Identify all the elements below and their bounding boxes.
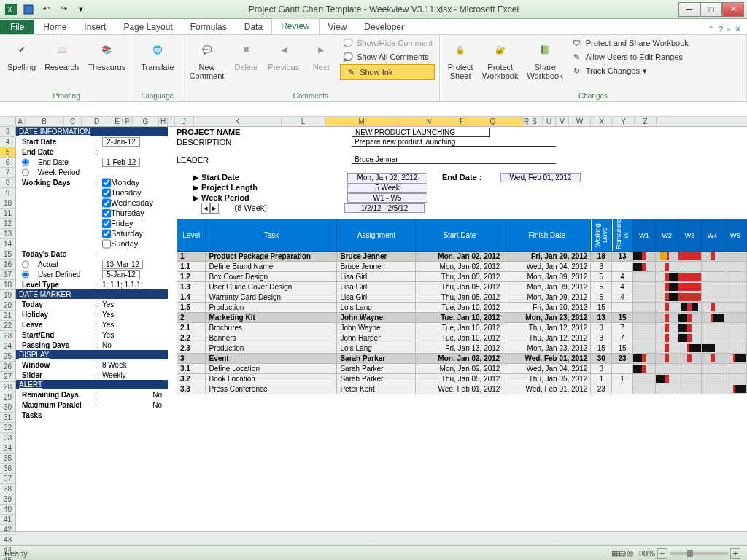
config-panel: DATE INFORMATION Start Date:2-Jan-12 End… bbox=[16, 127, 168, 420]
translate-button[interactable]: 🌐Translate bbox=[138, 36, 177, 73]
protect-workbook-button[interactable]: 🔐Protect Workbook bbox=[479, 36, 521, 82]
redo-icon[interactable]: ↷ bbox=[55, 2, 71, 17]
window-title: Project Gantt Chart Template - Weekview … bbox=[89, 4, 678, 15]
group-proofing: ✔Spelling 📖Research 📚Thesaurus Proofing bbox=[0, 35, 133, 101]
project-name-cell[interactable]: NEW PRODUCT LAUNCHING bbox=[352, 128, 490, 137]
view-layout-icon[interactable]: ▤ bbox=[619, 548, 626, 558]
tab-file[interactable]: File bbox=[0, 20, 34, 34]
show-hide-comment-button[interactable]: 💭Show/Hide Comment bbox=[340, 36, 435, 50]
quick-access-toolbar: X ↶ ↷ ▾ bbox=[3, 2, 89, 17]
tab-developer[interactable]: Developer bbox=[355, 20, 413, 34]
spelling-button[interactable]: ✔Spelling bbox=[4, 36, 39, 73]
week-period-radio[interactable] bbox=[22, 168, 29, 177]
show-all-comments-button[interactable]: 💭Show All Comments bbox=[340, 50, 435, 63]
day-wednesday-checkbox[interactable] bbox=[102, 198, 111, 208]
table-row[interactable]: 1.3 User Guide Cover Design Lisa Girl Th… bbox=[177, 282, 747, 292]
end-date-radio[interactable] bbox=[22, 158, 29, 167]
project-header: PROJECT NAMENEW PRODUCT LAUNCHING DESCRI… bbox=[177, 127, 747, 213]
zoom-in-button[interactable]: + bbox=[730, 548, 740, 559]
qat-dropdown-icon[interactable]: ▾ bbox=[73, 2, 89, 17]
excel-icon[interactable]: X bbox=[3, 2, 19, 17]
table-row[interactable]: 1.5 Production Lois Lang Tue, Jan 10, 20… bbox=[177, 303, 747, 313]
table-row[interactable]: 1.1 Define Brand Name Bruce Jenner Mon, … bbox=[177, 262, 747, 272]
row-headers[interactable]: 3456789101112131415161718192021222324252… bbox=[0, 117, 16, 531]
allow-edit-ranges-button[interactable]: ✎Allow Users to Edit Ranges bbox=[569, 50, 691, 63]
workbook-close-icon[interactable]: ✕ bbox=[735, 25, 741, 34]
new-comment-button[interactable]: 💬New Comment bbox=[187, 36, 228, 82]
user-defined-date-input[interactable]: 5-Jan-12 bbox=[102, 270, 140, 279]
ribbon-tabs: File Home Insert Page Layout Formulas Da… bbox=[0, 19, 747, 35]
close-button[interactable]: ✕ bbox=[722, 2, 744, 17]
zoom-level[interactable]: 80% bbox=[639, 549, 655, 558]
gantt-table[interactable]: Level Task Assignment Start Date Finish … bbox=[177, 219, 747, 394]
svg-text:X: X bbox=[7, 6, 12, 14]
track-changes-button[interactable]: ↻Track Changes ▾ bbox=[569, 64, 691, 77]
view-normal-icon[interactable]: ▦ bbox=[611, 548, 619, 558]
thesaurus-button[interactable]: 📚Thesaurus bbox=[85, 36, 128, 73]
day-thursday-checkbox[interactable] bbox=[102, 209, 111, 218]
grid[interactable]: DATE INFORMATION Start Date:2-Jan-12 End… bbox=[16, 127, 747, 531]
minimize-ribbon-icon[interactable]: ⌃ bbox=[708, 25, 714, 34]
share-workbook-button[interactable]: 📗Share Workbook bbox=[524, 36, 565, 82]
tab-insert[interactable]: Insert bbox=[75, 20, 115, 34]
formula-bar[interactable] bbox=[0, 102, 747, 117]
minimize-button[interactable]: ─ bbox=[678, 2, 700, 17]
title-bar: X ↶ ↷ ▾ Project Gantt Chart Template - W… bbox=[0, 0, 747, 19]
table-row[interactable]: 3.3 Press Conference Peter Kent Wed, Feb… bbox=[177, 384, 747, 394]
help-icon[interactable]: ? bbox=[719, 25, 723, 34]
triangle-icon: ▶ bbox=[193, 173, 201, 182]
tab-review[interactable]: Review bbox=[271, 18, 319, 34]
table-row[interactable]: 1 Product Package Preparation Bruce Jenn… bbox=[177, 252, 747, 262]
group-language: 🌐Translate Language bbox=[133, 35, 182, 101]
section-alert: ALERT bbox=[16, 380, 168, 389]
table-row[interactable]: 2 Marketing Kit John Wayne Tue, Jan 10, … bbox=[177, 313, 747, 323]
tab-formulas[interactable]: Formulas bbox=[182, 20, 236, 34]
tab-home[interactable]: Home bbox=[34, 20, 75, 34]
next-comment-button[interactable]: ▶Next bbox=[305, 36, 337, 73]
table-row[interactable]: 3.2 Book Location Sarah Parker Thu, Jan … bbox=[177, 374, 747, 384]
tab-data[interactable]: Data bbox=[236, 20, 271, 34]
triangle-icon: ▶ bbox=[193, 193, 201, 203]
status-ready: Ready bbox=[4, 549, 28, 558]
day-monday-checkbox[interactable] bbox=[102, 178, 111, 187]
zoom-slider[interactable] bbox=[670, 552, 728, 555]
worksheet[interactable]: 3456789101112131415161718192021222324252… bbox=[0, 117, 747, 531]
day-sunday-checkbox[interactable] bbox=[102, 239, 111, 249]
table-row[interactable]: 2.3 Production Lois Lang Fri, Jan 13, 20… bbox=[177, 343, 747, 354]
table-row[interactable]: 2.2 Banners John Harper Tue, Jan 10, 201… bbox=[177, 333, 747, 343]
zoom-out-button[interactable]: − bbox=[657, 548, 667, 559]
window-restore-icon[interactable]: ▫ bbox=[727, 25, 730, 34]
scroll-left-button[interactable]: ◂ bbox=[201, 203, 210, 214]
tab-page-layout[interactable]: Page Layout bbox=[115, 20, 181, 34]
save-icon[interactable] bbox=[20, 2, 36, 17]
show-ink-button[interactable]: ✎Show Ink bbox=[340, 64, 435, 80]
previous-comment-button[interactable]: ◀Previous bbox=[265, 36, 302, 73]
tab-view[interactable]: View bbox=[320, 20, 356, 34]
table-row[interactable]: 2.1 Brochures John Wayne Tue, Jan 10, 20… bbox=[177, 323, 747, 333]
undo-icon[interactable]: ↶ bbox=[38, 2, 54, 17]
section-date-marker: DATE MARKER bbox=[16, 289, 168, 299]
table-row[interactable]: 3.1 Define Location Sarah Parker Mon, Ja… bbox=[177, 364, 747, 374]
delete-comment-button[interactable]: ✖Delete bbox=[230, 36, 262, 73]
group-comments: 💬New Comment ✖Delete ◀Previous ▶Next 💭Sh… bbox=[182, 35, 440, 101]
table-row[interactable]: 3 Event Sarah Parker Mon, Jan 02, 2012 W… bbox=[177, 354, 747, 364]
table-row[interactable]: 1.2 Box Cover Design Lisa Girl Thu, Jan … bbox=[177, 272, 747, 282]
research-button[interactable]: 📖Research bbox=[42, 36, 82, 73]
section-display: DISPLAY bbox=[16, 350, 168, 359]
scroll-right-button[interactable]: ▸ bbox=[210, 203, 219, 214]
svg-rect-2 bbox=[24, 5, 33, 14]
sheet-tab-bar[interactable] bbox=[0, 531, 747, 545]
protect-sheet-button[interactable]: 🔒Protect Sheet bbox=[444, 36, 476, 82]
table-row[interactable]: 1.4 Warranty Card Design Lisa Girl Thu, … bbox=[177, 292, 747, 303]
view-pagebreak-icon[interactable]: ▧ bbox=[626, 548, 633, 558]
maximize-button[interactable]: □ bbox=[700, 2, 722, 17]
day-saturday-checkbox[interactable] bbox=[102, 229, 111, 238]
user-defined-radio[interactable] bbox=[22, 270, 29, 279]
day-friday-checkbox[interactable] bbox=[102, 219, 111, 228]
actual-radio[interactable] bbox=[22, 260, 29, 269]
end-date-input[interactable]: 1-Feb-12 bbox=[102, 158, 140, 167]
day-tuesday-checkbox[interactable] bbox=[102, 188, 111, 198]
start-date-input[interactable]: 2-Jan-12 bbox=[102, 137, 140, 147]
column-headers[interactable]: ABCDEFGHIJKLMNPQRSUVWXYZ bbox=[16, 117, 747, 127]
protect-share-button[interactable]: 🛡Protect and Share Workbook bbox=[569, 36, 691, 50]
